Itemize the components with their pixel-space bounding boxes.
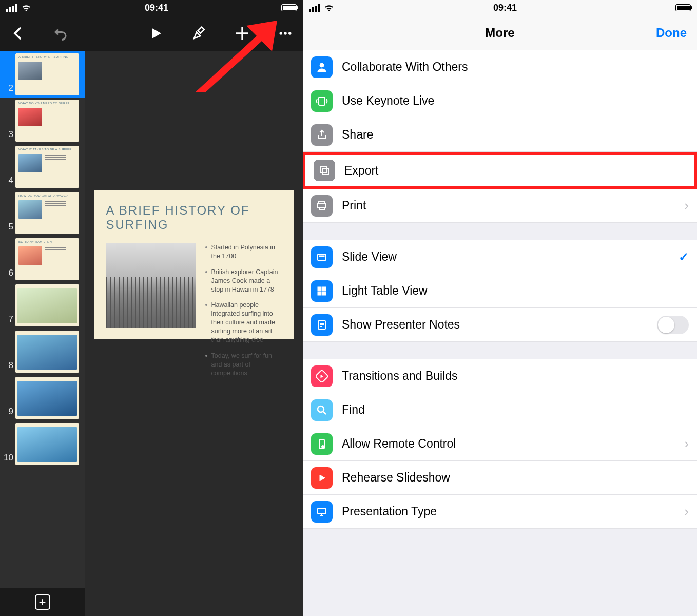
add-button[interactable]	[233, 24, 251, 43]
status-time: 09:41	[335, 3, 675, 13]
export-icon	[314, 160, 335, 181]
format-brush-button[interactable]	[190, 24, 208, 43]
more-button[interactable]	[276, 24, 295, 43]
tools-list: Transitions and Builds Find Allow Remote…	[303, 359, 697, 529]
nav-title: More	[485, 26, 514, 40]
slide-view-icon	[311, 246, 333, 268]
back-button[interactable]	[8, 24, 27, 43]
broadcast-icon	[311, 90, 333, 112]
slide-thumbnail[interactable]: 7	[0, 282, 85, 329]
row-keynote-live[interactable]: Use Keynote Live	[303, 84, 697, 118]
battery-icon	[281, 4, 297, 11]
svg-point-17	[322, 445, 324, 448]
svg-point-2	[288, 32, 292, 35]
more-menu-screen: 09:41 More Done Collaborate With Others …	[303, 0, 697, 616]
status-bar: 09:41	[303, 0, 697, 15]
play-icon	[311, 467, 333, 489]
person-icon	[311, 56, 333, 78]
status-time: 09:41	[32, 3, 281, 13]
row-share[interactable]: Share	[303, 118, 697, 152]
row-find[interactable]: Find	[303, 393, 697, 427]
battery-icon	[675, 4, 691, 11]
undo-button[interactable]	[51, 24, 70, 43]
more-menu-list: Collaborate With Others Use Keynote Live…	[303, 50, 697, 223]
cellular-signal-icon	[309, 4, 320, 12]
svg-rect-4	[319, 97, 325, 105]
nav-header: More Done	[303, 15, 697, 50]
svg-rect-7	[318, 254, 326, 260]
slide-thumbnail[interactable]: 9	[0, 375, 85, 421]
slide-title[interactable]: A BRIEF HISTORY OF SURFING	[106, 203, 282, 232]
row-light-table[interactable]: Light Table View	[303, 274, 697, 308]
share-icon	[311, 124, 333, 146]
presenter-notes-toggle[interactable]	[657, 316, 689, 334]
row-presenter-notes[interactable]: Show Presenter Notes	[303, 308, 697, 342]
group-separator	[303, 342, 697, 359]
row-presentation-type[interactable]: Presentation Type ›	[303, 495, 697, 529]
row-remote-control[interactable]: Allow Remote Control ›	[303, 427, 697, 461]
slide-thumbnail[interactable]: 8	[0, 329, 85, 375]
play-button[interactable]	[147, 24, 165, 43]
print-icon	[311, 195, 333, 217]
slide-canvas[interactable]: A BRIEF HISTORY OF SURFING Started in Po…	[85, 180, 303, 616]
row-transitions[interactable]: Transitions and Builds	[303, 359, 697, 393]
editor-toolbar	[0, 15, 303, 51]
svg-point-15	[318, 406, 324, 412]
svg-point-1	[284, 32, 287, 35]
keynote-editor-screen: 09:41 2 A BRIEF HISTOR	[0, 0, 303, 616]
svg-rect-5	[320, 166, 326, 172]
row-print[interactable]: Print ›	[303, 189, 697, 223]
slide-thumbnail[interactable]: 3 WHAT DO YOU NEED TO SURF?	[0, 98, 85, 144]
chevron-right-icon: ›	[684, 504, 689, 519]
cellular-signal-icon	[6, 4, 17, 12]
notes-icon	[311, 314, 333, 336]
svg-rect-12	[322, 292, 326, 295]
remote-icon	[311, 433, 333, 455]
slide-thumbnail[interactable]: 2 A BRIEF HISTORY OF SURFING	[0, 51, 85, 98]
svg-rect-6	[322, 168, 328, 175]
checkmark-icon: ✓	[679, 250, 689, 264]
rail-footer: +	[0, 588, 85, 616]
current-slide[interactable]: A BRIEF HISTORY OF SURFING Started in Po…	[94, 190, 294, 339]
transitions-icon	[311, 365, 333, 387]
svg-rect-8	[319, 256, 324, 257]
add-slide-button[interactable]: +	[35, 594, 50, 610]
slide-thumbnail-rail: 2 A BRIEF HISTORY OF SURFING 3 WHAT DO Y…	[0, 51, 85, 616]
slide-thumbnail[interactable]: 5 HOW DO YOU CATCH A WAVE?	[0, 190, 85, 236]
done-button[interactable]: Done	[656, 26, 687, 40]
slide-image[interactable]	[106, 243, 196, 328]
slide-thumbnail[interactable]: 6 BETHANY HAMILTON	[0, 236, 85, 282]
chevron-right-icon: ›	[684, 198, 689, 214]
view-options-list: Slide View ✓ Light Table View Show Prese…	[303, 240, 697, 342]
row-export[interactable]: Export	[303, 152, 697, 189]
search-icon	[311, 399, 333, 421]
slide-bullets[interactable]: Started in Polynesia in the 1700 British…	[205, 243, 282, 384]
svg-rect-10	[322, 287, 326, 291]
slide-thumbnail[interactable]: 4 WHAT IT TAKES TO BE A SURFER	[0, 144, 85, 190]
wifi-icon	[21, 4, 32, 12]
svg-point-0	[280, 32, 283, 35]
group-separator	[303, 223, 697, 240]
row-collaborate[interactable]: Collaborate With Others	[303, 50, 697, 84]
svg-rect-11	[318, 292, 321, 295]
slide-thumbnail[interactable]: 10	[0, 421, 85, 467]
row-rehearse[interactable]: Rehearse Slideshow	[303, 461, 697, 495]
svg-rect-18	[318, 508, 326, 514]
chevron-right-icon: ›	[684, 436, 689, 452]
svg-rect-9	[318, 287, 321, 291]
presentation-icon	[311, 501, 333, 523]
editor-area: 2 A BRIEF HISTORY OF SURFING 3 WHAT DO Y…	[0, 51, 303, 616]
row-slide-view[interactable]: Slide View ✓	[303, 240, 697, 274]
wifi-icon	[323, 4, 335, 12]
status-bar: 09:41	[0, 0, 303, 15]
grid-icon	[311, 280, 333, 302]
